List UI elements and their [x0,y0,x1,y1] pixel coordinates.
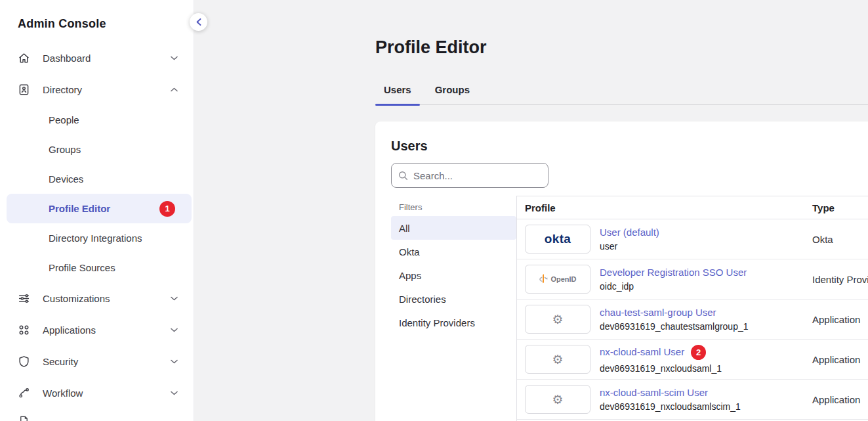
chevron-down-icon [171,391,178,395]
profile-subtext: user [600,241,659,252]
profile-subtext: dev86931619_chautestsamlgroup_1 [600,321,749,332]
profile-subtext: dev86931619_nxcloudsamlscim_1 [600,401,741,412]
chevron-up-icon [171,87,178,92]
table-row[interactable]: okta User (default) user Okta [517,219,868,259]
filter-identity-providers[interactable]: Identity Providers [391,311,516,334]
sidebar-item-people[interactable]: People [0,105,194,135]
table-row[interactable]: ⚙ nx-cloud-saml-scim User dev86931619_nx… [517,380,868,420]
filter-okta[interactable]: Okta [391,240,516,263]
table-row[interactable]: ⚙ chau-test-saml-group User dev86931619_… [517,299,868,340]
sidebar-item-groups[interactable]: Groups [0,135,194,164]
sidebar-subitem-label: People [49,114,79,125]
table-row[interactable]: OpenID Developer Registration SSO User o… [517,259,868,299]
profile-type: Okta [812,234,833,245]
profile-type: Application [812,354,860,365]
users-panel: Users Filters All Okta Apps Directories … [375,122,868,421]
openid-icon [539,274,548,284]
profile-link[interactable]: nx-cloud-saml-scim User [600,387,741,398]
app-logo-placeholder: ⚙ [525,305,590,334]
okta-logo: okta [525,225,590,254]
applications-icon [18,324,30,336]
filter-directories[interactable]: Directories [391,287,516,311]
search-box [391,163,548,188]
main-content: Profile Editor Users Groups Users Filter… [195,0,868,421]
app-title: Admin Console [18,17,194,31]
sidebar-subitem-label: Devices [49,173,83,185]
gear-icon: ⚙ [552,313,563,326]
chevron-down-icon [171,296,178,301]
panel-body: Filters All Okta Apps Directories Identi… [391,196,868,421]
search-icon [398,171,408,181]
tab-bar: Users Groups [375,78,868,105]
chevron-left-icon [196,18,201,26]
sidebar: Admin Console Dashboard Directory People… [0,0,194,421]
sidebar-item-label: Customizations [43,293,110,304]
annotation-badge-2: 2 [691,345,706,360]
sidebar-item-label: Dashboard [43,53,91,64]
tab-users[interactable]: Users [375,78,420,104]
filters-panel: Filters All Okta Apps Directories Identi… [391,196,516,421]
annotation-badge-1: 1 [159,201,175,217]
filter-all[interactable]: All [391,216,516,240]
chevron-down-icon [171,328,178,332]
profile-subtext: dev86931619_nxcloudsaml_1 [600,363,722,374]
workflow-icon [18,387,30,399]
shield-icon [18,355,30,368]
sidebar-item-label: Security [43,356,78,367]
sidebar-item-devices[interactable]: Devices [0,164,194,194]
gear-icon: ⚙ [552,353,563,366]
sidebar-subitem-label: Directory Integrations [49,233,142,244]
table-header: Profile Type [517,196,868,219]
sidebar-item-security[interactable]: Security [0,345,194,377]
profile-subtext: oidc_idp [600,281,747,292]
table-row[interactable]: ⚙ nx-cloud-saml User2 dev86931619_nxclou… [517,340,868,380]
sidebar-item-applications[interactable]: Applications [0,314,194,345]
search-input[interactable] [413,170,541,181]
page-title: Profile Editor [375,37,487,58]
sidebar-nav: Dashboard Directory People Groups Device… [0,42,194,409]
panel-heading: Users [391,139,868,154]
sidebar-item-customizations[interactable]: Customizations [0,282,194,314]
sidebar-item-directory[interactable]: Directory [0,74,194,105]
app-logo-placeholder: ⚙ [525,385,590,414]
sidebar-collapse-button[interactable] [190,13,207,31]
reports-icon [18,415,30,421]
sidebar-subitem-label: Profile Sources [49,262,115,273]
tab-groups[interactable]: Groups [426,78,478,104]
sidebar-item-label: Applications [43,324,96,336]
sidebar-item-profile-sources[interactable]: Profile Sources [0,253,194,282]
sidebar-item-directory-integrations[interactable]: Directory Integrations [0,223,194,253]
gear-icon: ⚙ [552,393,563,406]
customizations-icon [18,292,30,305]
profile-link[interactable]: Developer Registration SSO User [600,267,747,278]
profiles-table: Profile Type okta User (default) user [516,196,868,421]
profile-type: Application [812,314,860,325]
app-logo-placeholder: ⚙ [525,345,590,374]
sidebar-item-label: Directory [43,84,82,95]
filters-label: Filters [391,197,516,216]
sidebar-item-dashboard[interactable]: Dashboard [0,42,194,74]
filter-apps[interactable]: Apps [391,263,516,287]
column-header-profile: Profile [517,202,812,213]
directory-icon [18,83,30,96]
sidebar-subitem-label: Groups [49,144,81,155]
profile-link[interactable]: nx-cloud-saml User [600,346,684,357]
column-header-type: Type [812,202,835,213]
chevron-down-icon [171,56,178,60]
sidebar-item-profile-editor[interactable]: Profile Editor 1 [7,194,192,223]
openid-logo: OpenID [525,265,590,294]
profile-type: Application [812,394,860,405]
profile-link[interactable]: chau-test-saml-group User [600,307,749,318]
sidebar-item-workflow[interactable]: Workflow [0,377,194,409]
sidebar-subitem-label: Profile Editor [49,203,110,214]
sidebar-item-label: Workflow [43,388,83,399]
profile-link[interactable]: User (default) [600,227,659,238]
profile-type: Identity Provider [812,274,868,285]
home-icon [18,52,30,64]
chevron-down-icon [171,359,178,364]
